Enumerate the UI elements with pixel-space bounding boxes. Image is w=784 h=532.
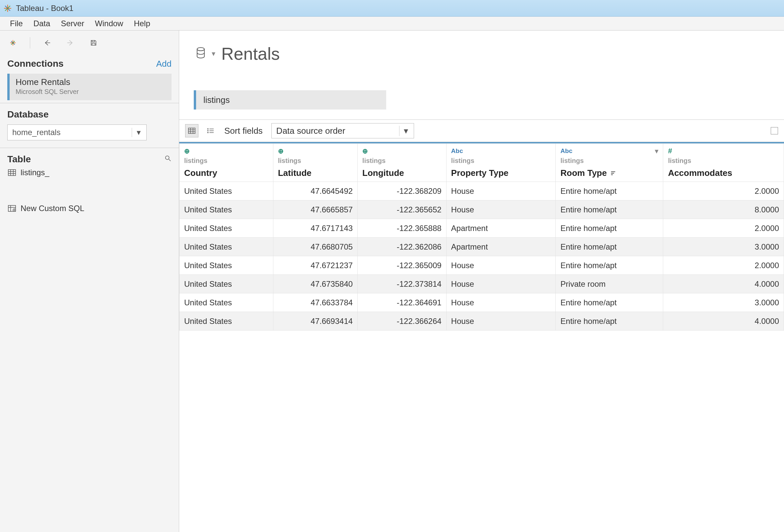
cell-lon[interactable]: -122.366264 [358,312,446,331]
datasource-title[interactable]: Rentals [221,44,280,64]
chevron-down-icon: ▾ [399,126,409,136]
cell-lon[interactable]: -122.365009 [358,256,446,275]
column-menu-icon[interactable]: ▾ [655,147,658,155]
column-header-country[interactable]: ⊕listingsCountry [179,144,273,182]
cell-country[interactable]: United States [179,237,273,256]
table-row[interactable]: United States47.6665857-122.365652HouseE… [179,200,784,219]
cell-country[interactable]: United States [179,256,273,275]
cell-lat[interactable]: 47.6665857 [273,200,357,219]
table-row[interactable]: United States47.6693414-122.366264HouseE… [179,312,784,331]
sort-fields-label: Sort fields [224,126,263,136]
cell-country[interactable]: United States [179,275,273,293]
cell-country[interactable]: United States [179,312,273,331]
database-dropdown[interactable]: home_rentals ▾ [7,124,147,140]
cell-lon[interactable]: -122.373814 [358,275,446,293]
cell-country[interactable]: United States [179,182,273,200]
cell-lat[interactable]: 47.6633784 [273,293,357,312]
cell-lat[interactable]: 47.6721237 [273,256,357,275]
show-aliases-checkbox[interactable] [771,127,778,134]
data-grid-scroll[interactable]: ⊕listingsCountry⊕listingsLatitude⊕listin… [179,142,784,532]
cell-rtype[interactable]: Entire home/apt [556,182,663,200]
sort-fields-dropdown[interactable]: Data source order ▾ [271,123,414,138]
table-row[interactable]: United States47.6633784-122.364691HouseE… [179,293,784,312]
cell-rtype[interactable]: Entire home/apt [556,219,663,237]
search-icon[interactable] [164,155,171,164]
canvas-table-pill[interactable]: listings [194,90,386,110]
cell-ptype[interactable]: House [446,200,556,219]
cell-ptype[interactable]: Apartment [446,219,556,237]
database-icon[interactable] [196,47,206,60]
column-header-acc[interactable]: #listingsAccommodates [663,144,784,182]
column-header-lon[interactable]: ⊕listingsLongitude [358,144,446,182]
cell-acc[interactable]: 8.0000 [663,200,784,219]
column-header-ptype[interactable]: AbclistingsProperty Type [446,144,556,182]
cell-ptype[interactable]: Apartment [446,237,556,256]
column-header-rtype[interactable]: Abc▾listingsRoom Type [556,144,663,182]
table-item[interactable]: listings_ [7,165,171,180]
sort-fields-value: Data source order [276,126,345,136]
cell-acc[interactable]: 2.0000 [663,256,784,275]
cell-lon[interactable]: -122.364691 [358,293,446,312]
cell-lon[interactable]: -122.365652 [358,200,446,219]
new-custom-sql[interactable]: New Custom SQL [7,200,171,216]
cell-rtype[interactable]: Private room [556,275,663,293]
cell-lon[interactable]: -122.365888 [358,219,446,237]
column-source: listings [668,157,779,165]
cell-rtype[interactable]: Entire home/apt [556,200,663,219]
datasource-header: ▾ Rentals [179,31,784,67]
cell-ptype[interactable]: House [446,312,556,331]
table-row[interactable]: United States47.6717143-122.365888Apartm… [179,219,784,237]
cell-ptype[interactable]: House [446,275,556,293]
cell-rtype[interactable]: Entire home/apt [556,293,663,312]
menu-window[interactable]: Window [90,19,129,28]
cell-lon[interactable]: -122.368209 [358,182,446,200]
column-source: listings [362,157,441,165]
caret-icon[interactable]: ▾ [212,50,215,58]
menu-help[interactable]: Help [129,19,155,28]
cell-rtype[interactable]: Entire home/apt [556,312,663,331]
table-section: Table listings_ [0,148,179,224]
table-row[interactable]: United States47.6680705-122.362086Apartm… [179,237,784,256]
column-source: listings [184,157,269,165]
cell-lat[interactable]: 47.6693414 [273,312,357,331]
grid-view-button[interactable] [185,124,198,137]
cell-acc[interactable]: 4.0000 [663,312,784,331]
table-row[interactable]: United States47.6721237-122.365009HouseE… [179,256,784,275]
cell-rtype[interactable]: Entire home/apt [556,237,663,256]
connection-tile[interactable]: Home Rentals Microsoft SQL Server [7,74,171,100]
cell-acc[interactable]: 3.0000 [663,293,784,312]
table-row[interactable]: United States47.6645492-122.368209HouseE… [179,182,784,200]
column-header-lat[interactable]: ⊕listingsLatitude [273,144,357,182]
cell-lon[interactable]: -122.362086 [358,237,446,256]
cell-lat[interactable]: 47.6735840 [273,275,357,293]
save-button[interactable] [87,36,100,49]
column-source: listings [451,157,551,165]
cell-acc[interactable]: 2.0000 [663,182,784,200]
cell-ptype[interactable]: House [446,256,556,275]
cell-ptype[interactable]: House [446,182,556,200]
table-row[interactable]: United States47.6735840-122.373814HouseP… [179,275,784,293]
menu-server[interactable]: Server [55,19,90,28]
cell-lat[interactable]: 47.6717143 [273,219,357,237]
cell-acc[interactable]: 4.0000 [663,275,784,293]
table-icon [8,169,16,176]
cell-acc[interactable]: 2.0000 [663,219,784,237]
add-connection-link[interactable]: Add [156,59,171,69]
cell-country[interactable]: United States [179,293,273,312]
cell-lat[interactable]: 47.6680705 [273,237,357,256]
nav-forward-button[interactable] [64,36,77,49]
nav-back-button[interactable] [41,36,53,49]
cell-country[interactable]: United States [179,200,273,219]
cell-rtype[interactable]: Entire home/apt [556,256,663,275]
tableau-small-logo-icon[interactable] [7,36,19,49]
menu-data[interactable]: Data [28,19,56,28]
connections-section: Connections Add Home Rentals Microsoft S… [0,52,179,103]
cell-country[interactable]: United States [179,219,273,237]
svg-rect-20 [189,128,195,134]
list-view-button[interactable] [204,124,217,137]
cell-acc[interactable]: 3.0000 [663,237,784,256]
cell-lat[interactable]: 47.6645492 [273,182,357,200]
menu-file[interactable]: File [5,19,28,28]
cell-ptype[interactable]: House [446,293,556,312]
database-selected: home_rentals [12,128,60,137]
